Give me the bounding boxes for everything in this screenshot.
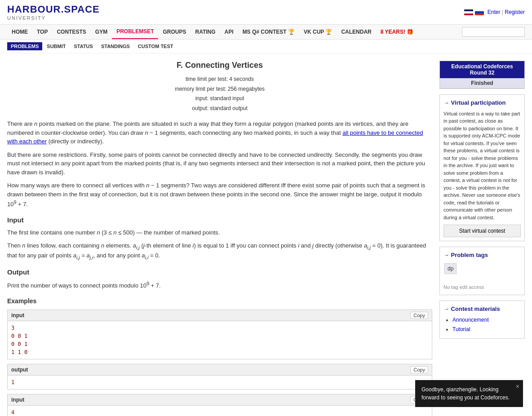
main-nav: HOME TOP CONTESTS GYM PROBLEMSET GROUPS … xyxy=(0,25,532,40)
logo-sub: UNIVERSITY xyxy=(7,15,100,21)
contest-materials-box: → Contest materials Announcement Tutoria… xyxy=(439,301,525,339)
sub-nav-submit[interactable]: SUBMIT xyxy=(43,42,69,50)
auth-links: Enter | Register xyxy=(488,9,525,15)
toast-close-btn[interactable]: × xyxy=(516,382,519,391)
examples-title: Examples xyxy=(7,297,432,306)
problem-title: F. Connecting Vertices xyxy=(7,61,432,70)
problem-tags-title[interactable]: → Problem tags xyxy=(443,251,521,260)
input-desc-1: The first line contains one number n (3 … xyxy=(7,228,432,237)
content-area: F. Connecting Vertices time limit per te… xyxy=(7,61,432,416)
example-1-input-label: input xyxy=(11,311,24,319)
example-1-input-header: input Copy xyxy=(8,310,432,321)
nav-rating[interactable]: RATING xyxy=(191,25,220,39)
input-type: input: standard input xyxy=(7,94,432,104)
problem-title-section: F. Connecting Vertices xyxy=(7,61,432,70)
problem-tags-body: → Problem tags dp No tag edit access xyxy=(440,247,524,295)
toast-message: Goodbye, qianzhenglie. Looking forward t… xyxy=(421,386,510,401)
header-right: Enter | Register xyxy=(464,9,525,15)
problem-text: There are n points marked on the plane. … xyxy=(7,119,432,416)
problem-desc-3: How many ways are there to connect all v… xyxy=(7,181,432,209)
contest-title: Educational Codeforces Round 32 xyxy=(440,61,524,78)
search-input[interactable] xyxy=(462,27,525,37)
contest-materials-title[interactable]: → Contest materials xyxy=(443,305,521,314)
nav-calendar[interactable]: CALENDAR xyxy=(337,25,376,39)
enter-link[interactable]: Enter xyxy=(488,9,501,15)
main-layout: F. Connecting Vertices time limit per te… xyxy=(0,53,532,416)
nav-home[interactable]: HOME xyxy=(7,25,32,39)
sub-nav-custom-test[interactable]: CUSTOM TEST xyxy=(134,42,177,50)
search-box xyxy=(462,27,525,37)
contest-materials-body: → Contest materials Announcement Tutoria… xyxy=(440,301,524,339)
start-virtual-contest-btn[interactable]: Start virtual contest xyxy=(443,225,521,237)
nav-top[interactable]: TOP xyxy=(32,25,52,39)
sub-nav-problems[interactable]: PROBLEMS xyxy=(7,42,42,50)
logo-main: HARBOUR.SPACE xyxy=(7,4,100,15)
example-1-output: output Copy 1 xyxy=(7,364,432,389)
logo: HARBOUR.SPACE UNIVERSITY xyxy=(7,4,100,21)
nav-gym[interactable]: GYM xyxy=(91,25,112,39)
example-1-output-header: output Copy xyxy=(8,364,432,376)
problem-desc-2: But there are some restrictions. Firstly… xyxy=(7,150,432,177)
problem-meta: time limit per test: 4 seconds memory li… xyxy=(7,75,432,113)
sub-nav-status[interactable]: STATUS xyxy=(71,42,97,50)
example-2-input-content: 40 1 1 11 0 1 11 1 0 11 1 1 0 xyxy=(8,406,432,416)
nav-vkcup[interactable]: VK CUP 🏆 xyxy=(299,25,337,39)
contest-materials-list: Announcement Tutorial xyxy=(443,316,521,333)
nav-msq[interactable]: MS Q# CONTEST 🏆 xyxy=(238,25,299,39)
example-1-output-content: 1 xyxy=(8,376,432,389)
example-2-input-header: input Copy xyxy=(8,394,432,406)
sub-nav: PROBLEMS SUBMIT STATUS STANDINGS CUSTOM … xyxy=(0,40,532,53)
memory-limit: memory limit per test: 256 megabytes xyxy=(7,84,432,94)
language-flags xyxy=(464,9,484,15)
virtual-participation-text: Virtual contest is a way to take part in… xyxy=(443,110,521,221)
problem-desc-1: There are n points marked on the plane. … xyxy=(7,119,432,146)
flag-ru[interactable] xyxy=(475,9,484,15)
input-section-title: Input xyxy=(7,215,432,226)
contest-status: Finished xyxy=(440,78,524,89)
nav-problemset[interactable]: PROBLEMSET xyxy=(112,25,158,39)
example-2-input-label: input xyxy=(11,396,24,404)
register-link[interactable]: Register xyxy=(505,9,525,15)
example-1-output-copy-btn[interactable]: Copy xyxy=(410,366,428,373)
announcement-link[interactable]: Announcement xyxy=(452,317,489,323)
contest-info-box: Educational Codeforces Round 32 Finished xyxy=(439,61,525,89)
output-desc: Print the number of ways to connect poin… xyxy=(7,280,432,290)
virtual-participation-box: → Virtual participation Virtual contest … xyxy=(439,94,525,241)
sidebar: Educational Codeforces Round 32 Finished… xyxy=(439,61,525,416)
output-section-title: Output xyxy=(7,267,432,278)
no-tag-edit: No tag edit access xyxy=(443,284,484,290)
tutorial-link[interactable]: Tutorial xyxy=(452,326,470,332)
example-1-output-label: output xyxy=(11,366,28,374)
flag-uk[interactable] xyxy=(464,9,473,15)
problem-tags-box: → Problem tags dp No tag edit access xyxy=(439,247,525,295)
virtual-participation-title[interactable]: → Virtual participation xyxy=(443,98,521,107)
sub-nav-standings[interactable]: STANDINGS xyxy=(98,42,133,50)
nav-8years[interactable]: 8 YEARS! 🎁 xyxy=(376,25,418,39)
material-tutorial: Tutorial xyxy=(452,325,521,333)
tag-dp[interactable]: dp xyxy=(444,263,457,274)
example-1-input-content: 30 0 10 0 11 1 0 xyxy=(8,321,432,359)
nav-contests[interactable]: CONTESTS xyxy=(52,25,90,39)
time-limit: time limit per test: 4 seconds xyxy=(7,75,432,84)
example-2: input Copy 40 1 1 11 0 1 11 1 0 11 1 1 0 xyxy=(7,394,432,416)
material-announcement: Announcement xyxy=(452,316,521,324)
nav-api[interactable]: API xyxy=(220,25,238,39)
virtual-participation-body: → Virtual participation Virtual contest … xyxy=(440,95,524,241)
auth-separator: | xyxy=(502,9,503,15)
nav-groups[interactable]: GROUPS xyxy=(158,25,191,39)
toast-notification: × Goodbye, qianzhenglie. Looking forward… xyxy=(415,380,523,407)
output-type: output: standard output xyxy=(7,104,432,114)
example-1: input Copy 30 0 10 0 11 1 0 xyxy=(7,310,432,359)
input-desc-2: Then n lines follow, each containing n e… xyxy=(7,241,432,261)
example-1-copy-btn[interactable]: Copy xyxy=(410,312,428,319)
top-header: HARBOUR.SPACE UNIVERSITY Enter | Registe… xyxy=(0,0,532,25)
